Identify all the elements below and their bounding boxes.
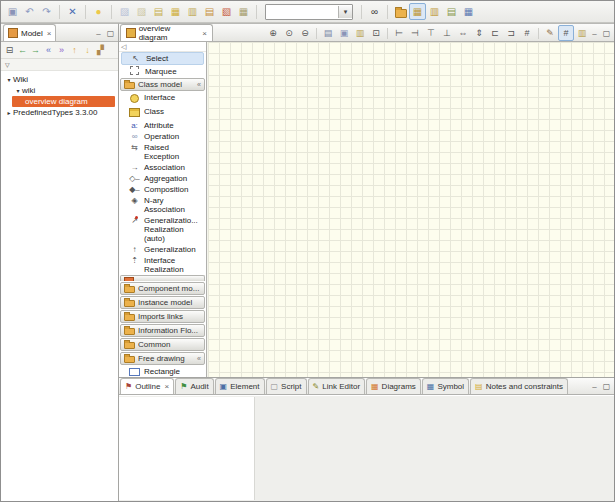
tree-item-predefinedtypes-3-3-00[interactable]: ▸PredefinedTypes 3.3.00 <box>1 107 118 118</box>
align-top-icon[interactable]: ⊤ <box>423 25 439 41</box>
minimize-icon[interactable]: – <box>590 382 599 391</box>
minimize-icon[interactable]: – <box>94 29 103 38</box>
distribute-horizontal-icon[interactable]: ⇔ <box>455 25 471 41</box>
perspective-diagram-icon[interactable]: ▦ <box>409 3 426 20</box>
close-editor-tab-icon[interactable]: × <box>202 29 207 38</box>
section-collapse-icon[interactable]: « <box>197 81 201 88</box>
distribute-vertical-icon[interactable]: ⇕ <box>471 25 487 41</box>
editor-tab-overview-diagram[interactable]: overview diagram × <box>120 24 213 41</box>
tab-symbol[interactable]: ▦Symbol <box>422 378 469 394</box>
nary-association-tool[interactable]: ◈N-ary Association <box>119 195 206 215</box>
zoom-in-icon[interactable]: ⊕ <box>265 25 281 41</box>
delete-element-icon[interactable]: ▧ <box>218 3 235 20</box>
create-diagram-icon[interactable]: ▦ <box>235 3 252 20</box>
save-icon[interactable]: ▣ <box>4 3 21 20</box>
association-tool[interactable]: →Association <box>119 162 206 173</box>
section-instance-model[interactable]: Instance model <box>120 296 205 309</box>
same-width-icon[interactable]: ⊏ <box>487 25 503 41</box>
previous-reference-icon[interactable]: « <box>42 44 55 57</box>
interface-tool[interactable]: Interface <box>119 92 206 106</box>
save-diagram-icon[interactable]: ▣ <box>336 25 352 41</box>
close-tab-icon[interactable]: × <box>165 382 170 391</box>
perspective-analyst-icon[interactable]: ▦ <box>460 3 477 20</box>
marquee-tool[interactable]: Marquee <box>121 65 204 77</box>
next-reference-icon[interactable]: » <box>55 44 68 57</box>
interface-realization-tool[interactable]: ⇡Interface Realization <box>119 255 206 275</box>
tab-audit[interactable]: ⚑Audit <box>175 378 213 394</box>
tab-notes-and-constraints[interactable]: ▤Notes and constraints <box>470 378 568 394</box>
section-class-model[interactable]: Class model« <box>120 78 205 91</box>
configuration-icon[interactable]: ✕ <box>64 3 81 20</box>
navigate-forward-icon[interactable]: → <box>29 44 42 57</box>
tree-expand-icon[interactable]: ▸ <box>5 109 13 116</box>
attribute-tool[interactable]: a:Attribute <box>119 120 206 131</box>
create-package-icon[interactable]: ▤ <box>150 3 167 20</box>
same-height-icon[interactable]: ⊐ <box>503 25 519 41</box>
pin-view-icon[interactable]: ▞ <box>94 44 107 57</box>
align-bottom-icon[interactable]: ⊥ <box>439 25 455 41</box>
snap-to-grid-icon[interactable]: # <box>558 25 574 41</box>
move-up-icon[interactable]: ↑ <box>68 44 81 57</box>
navigate-back-icon[interactable]: ← <box>16 44 29 57</box>
undo-icon[interactable]: ↶ <box>21 3 38 20</box>
tree-expand-icon[interactable]: ▾ <box>5 76 13 83</box>
generalization-tool[interactable]: ↑Generalization <box>119 244 206 255</box>
zoom-out-icon[interactable]: ⊖ <box>297 25 313 41</box>
search-icon[interactable]: ∞ <box>366 3 383 20</box>
class-tool[interactable]: Class <box>119 106 206 120</box>
perspective-model-icon[interactable]: ▥ <box>426 3 443 20</box>
show-grid-icon[interactable]: # <box>519 25 535 41</box>
rectangle-tool[interactable]: Rectangle <box>119 366 206 377</box>
tab-element[interactable]: ▣Element <box>215 378 265 394</box>
palette-collapse-icon[interactable]: ◁ <box>119 43 206 52</box>
aggregation-tool[interactable]: ◇–Aggregation <box>119 173 206 184</box>
generalization-realization-auto-tool[interactable]: ↗Generalizatio... Realization (auto) <box>119 215 206 244</box>
view-menu-icon[interactable]: ▽ <box>5 61 10 68</box>
raised-exception-tool[interactable]: ⇆Raised Exception <box>119 142 206 162</box>
maximize-icon[interactable]: ▢ <box>602 29 611 38</box>
section-free-drawing[interactable]: Free drawing« <box>120 352 205 365</box>
quick-search-combo[interactable]: ▾ <box>265 4 353 20</box>
tab-outline[interactable]: ⚑Outline× <box>120 378 174 394</box>
create-datatype-icon[interactable]: ▤ <box>201 3 218 20</box>
section-imports-links[interactable]: Imports links <box>120 310 205 323</box>
maximize-icon[interactable]: ▢ <box>602 382 611 391</box>
diagram-canvas[interactable] <box>207 42 614 377</box>
print-icon[interactable]: ▤ <box>320 25 336 41</box>
tree-item-overview-diagram[interactable]: overview diagram <box>12 96 115 107</box>
pencil-mode-icon[interactable]: ✎ <box>542 25 558 41</box>
zoom-reset-icon[interactable]: ⊙ <box>281 25 297 41</box>
tab-diagrams[interactable]: ▦Diagrams <box>366 378 421 394</box>
operation-tool[interactable]: ∞Operation <box>119 131 206 142</box>
tips-icon[interactable]: ● <box>90 3 107 20</box>
maximize-icon[interactable]: ▢ <box>106 29 115 38</box>
move-down-icon[interactable]: ↓ <box>81 44 94 57</box>
section-information-flows[interactable]: Information Flo... <box>120 324 205 337</box>
tab-script[interactable]: ▢Script <box>266 378 307 394</box>
align-left-icon[interactable]: ⊢ <box>391 25 407 41</box>
perspective-development-icon[interactable]: ▤ <box>443 3 460 20</box>
close-model-view-icon[interactable]: × <box>47 29 52 38</box>
select-tool[interactable]: ↖Select <box>121 52 204 65</box>
minimize-icon[interactable]: – <box>590 29 599 38</box>
tree-item-wiki[interactable]: ▾Wiki <box>1 74 118 85</box>
export-image-icon[interactable]: ▥ <box>352 25 368 41</box>
model-view-tab[interactable]: Model × <box>3 24 56 41</box>
copy-element-icon[interactable]: ▨ <box>133 3 150 20</box>
open-perspective-icon[interactable] <box>392 3 409 20</box>
combo-dropdown-icon[interactable]: ▾ <box>338 6 352 18</box>
section-collapse-icon[interactable]: « <box>197 355 201 362</box>
tree-expand-icon[interactable]: ▾ <box>14 87 22 94</box>
create-class-icon[interactable]: ▦ <box>167 3 184 20</box>
section-common[interactable]: Common <box>120 338 205 351</box>
paste-element-icon[interactable]: ▨ <box>116 3 133 20</box>
tab-link-editor[interactable]: ✎Link Editor <box>308 378 366 394</box>
fit-to-window-icon[interactable]: ⊡ <box>368 25 384 41</box>
create-interface-icon[interactable]: ▥ <box>184 3 201 20</box>
align-right-icon[interactable]: ⊣ <box>407 25 423 41</box>
collapse-all-icon[interactable]: ⊟ <box>3 44 16 57</box>
composition-tool[interactable]: ◆–Composition <box>119 184 206 195</box>
page-breaks-icon[interactable]: ▥ <box>574 25 590 41</box>
redo-icon[interactable]: ↷ <box>38 3 55 20</box>
tree-item-wiki[interactable]: ▾wiki <box>1 85 118 96</box>
